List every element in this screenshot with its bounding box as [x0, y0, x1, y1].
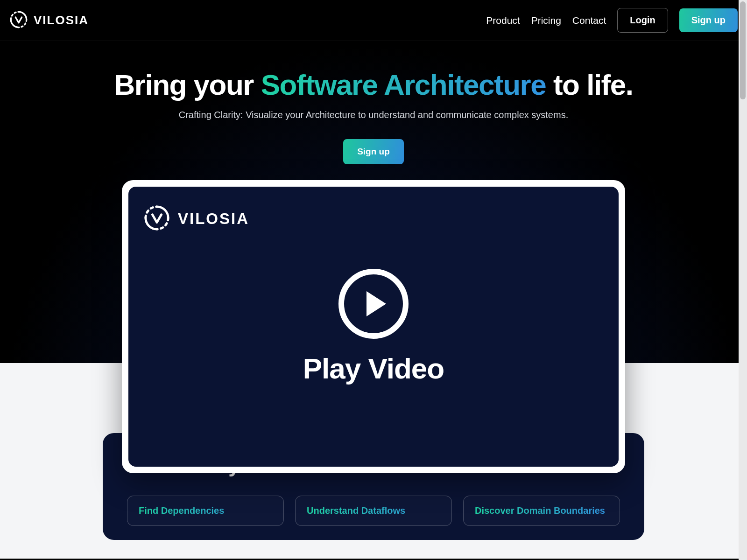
- signup-button[interactable]: Sign up: [679, 8, 738, 32]
- feature-title: Understand Dataflows: [307, 505, 440, 516]
- scrollbar-thumb[interactable]: [740, 1, 746, 99]
- feature-card-domain[interactable]: Discover Domain Boundaries: [463, 496, 620, 526]
- video-brand-name: VILOSIA: [178, 210, 249, 228]
- play-video-label: Play Video: [303, 352, 444, 385]
- hero-title-highlight: Software Architecture: [261, 69, 546, 101]
- brand-name: VILOSIA: [34, 13, 89, 28]
- hero-section: Bring your Software Architecture to life…: [0, 41, 747, 363]
- nav-link-contact[interactable]: Contact: [572, 15, 606, 26]
- hero-title-pre: Bring your: [114, 69, 261, 101]
- hero-title: Bring your Software Architecture to life…: [0, 68, 747, 101]
- feature-card-dataflows[interactable]: Understand Dataflows: [295, 496, 452, 526]
- video-brand-logo: VILOSIA: [143, 204, 249, 233]
- login-button[interactable]: Login: [617, 8, 668, 33]
- feature-title: Discover Domain Boundaries: [475, 505, 608, 516]
- brand-logo[interactable]: VILOSIA: [9, 10, 89, 31]
- logo-icon: [9, 10, 28, 31]
- scrollbar[interactable]: [739, 0, 747, 560]
- hero-subtitle: Crafting Clarity: Visualize your Archite…: [0, 110, 747, 120]
- header: VILOSIA Product Pricing Contact Login Si…: [0, 0, 747, 41]
- hero-signup-button[interactable]: Sign up: [343, 139, 404, 164]
- feature-card-dependencies[interactable]: Find Dependencies: [127, 496, 284, 526]
- nav-link-product[interactable]: Product: [486, 15, 520, 26]
- video-player[interactable]: VILOSIA Play Video: [128, 187, 619, 467]
- logo-icon: [143, 204, 170, 233]
- top-nav: Product Pricing Contact Login Sign up: [486, 8, 738, 33]
- nav-link-pricing[interactable]: Pricing: [531, 15, 561, 26]
- video-card: VILOSIA Play Video: [122, 180, 625, 473]
- play-icon[interactable]: [338, 269, 409, 339]
- feature-title: Find Dependencies: [139, 505, 272, 516]
- hero-title-post: to life.: [546, 69, 633, 101]
